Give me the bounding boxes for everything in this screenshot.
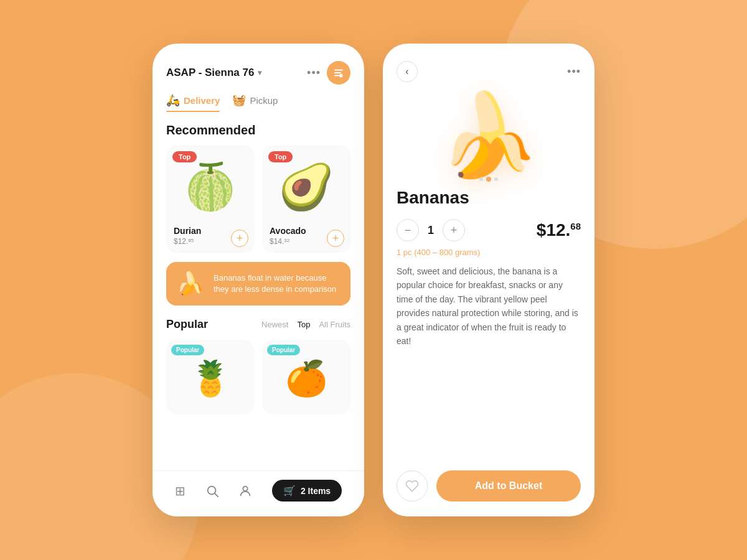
pickup-icon: 🧺	[232, 93, 246, 107]
top-badge-durian: Top	[172, 151, 197, 162]
cart-items-label: 2 Items	[301, 486, 331, 496]
svg-point-6	[243, 486, 248, 490]
search-nav-button[interactable]	[205, 484, 219, 498]
banner-text: Bananas float in water because they are …	[214, 273, 341, 295]
bottom-navigation: ⊞ 🛒 2 Items	[153, 470, 364, 516]
quantity-decrease-button[interactable]: −	[397, 219, 419, 241]
app-header: ASAP - Sienna 76 ▾ •••	[153, 44, 364, 91]
popular-grid: Popular 🍍 Popular 🍊	[153, 335, 364, 419]
delivery-label: Delivery	[184, 95, 220, 106]
product-card-avocado[interactable]: Top 🥑 Avocado $14.32 +	[262, 145, 350, 253]
store-title[interactable]: ASAP - Sienna 76 ▾	[166, 67, 261, 79]
popular-card-1[interactable]: Popular 🍍	[166, 340, 255, 414]
add-to-bucket-button[interactable]: Add to Bucket	[436, 470, 581, 502]
add-durian-button[interactable]: +	[231, 230, 248, 247]
header-icons: •••	[307, 61, 350, 85]
pop-tab-newest[interactable]: Newest	[261, 320, 288, 329]
quantity-price-row: − 1 + $12.68	[397, 219, 581, 241]
phones-container: ASAP - Sienna 76 ▾ ••• 🛵 Delivery	[153, 44, 594, 516]
svg-line-5	[215, 493, 218, 497]
durian-image: 🍈	[174, 152, 247, 221]
quantity-control: − 1 +	[397, 219, 465, 241]
profile-nav-button[interactable]	[238, 484, 252, 498]
right-phone: ‹ ••• 🍌 Bananas − 1 + $12.68	[383, 44, 594, 516]
quantity-increase-button[interactable]: +	[443, 219, 465, 241]
more-options-detail-icon[interactable]: •••	[567, 65, 581, 78]
top-badge-avocado: Top	[268, 151, 293, 162]
grid-nav-button[interactable]: ⊞	[175, 483, 186, 498]
popular-fruit-2: 🍊	[268, 358, 344, 399]
recommended-title: Recommended	[153, 112, 364, 145]
back-button[interactable]: ‹	[397, 61, 418, 82]
tab-pickup[interactable]: 🧺 Pickup	[232, 93, 278, 112]
pop-tab-all-fruits[interactable]: All Fruits	[319, 320, 350, 329]
banana-image: 🍌	[438, 95, 539, 175]
svg-point-3	[340, 75, 342, 77]
store-name-text: ASAP - Sienna 76	[166, 67, 254, 79]
filter-button[interactable]	[327, 61, 350, 85]
popular-header: Popular Newest Top All Fruits	[153, 314, 364, 335]
product-detail-name: Bananas	[397, 188, 581, 208]
cart-button[interactable]: 🛒 2 Items	[272, 480, 342, 502]
product-detail-section: Bananas − 1 + $12.68 1 pc (400 – 800 gra…	[383, 188, 594, 360]
cart-icon: 🛒	[283, 485, 296, 497]
grid-icon: ⊞	[175, 483, 186, 498]
chevron-down-icon: ▾	[258, 68, 261, 77]
dot-2[interactable]	[486, 177, 491, 182]
product-card-durian[interactable]: Top 🍈 Durian $12.85 +	[166, 145, 255, 253]
left-phone: ASAP - Sienna 76 ▾ ••• 🛵 Delivery	[153, 44, 364, 516]
tab-delivery[interactable]: 🛵 Delivery	[166, 93, 220, 112]
delivery-icon: 🛵	[166, 93, 180, 107]
quantity-value: 1	[428, 224, 434, 237]
info-banner: 🍌 Bananas float in water because they ar…	[166, 262, 350, 306]
image-carousel-dots	[479, 177, 498, 182]
popular-card-2[interactable]: Popular 🍊	[262, 340, 350, 414]
pickup-label: Pickup	[250, 95, 278, 106]
popular-title: Popular	[166, 318, 208, 330]
popular-badge-1: Popular	[171, 345, 204, 355]
pop-tab-top[interactable]: Top	[297, 320, 310, 329]
product-description: Soft, sweet and delicious, the banana is…	[397, 264, 581, 348]
recommended-grid: Top 🍈 Durian $12.85 + Top 🥑 Avocado $14.…	[153, 145, 364, 253]
more-options-icon[interactable]: •••	[307, 67, 321, 80]
product-price-display: $12.68	[537, 220, 581, 240]
avocado-image: 🥑	[270, 152, 343, 221]
add-avocado-button[interactable]: +	[327, 230, 344, 247]
action-row: Add to Bucket	[383, 470, 594, 516]
wishlist-button[interactable]	[397, 470, 428, 502]
product-image-area: 🍌	[383, 88, 594, 188]
dot-3[interactable]	[494, 177, 498, 181]
popular-filter-tabs: Newest Top All Fruits	[261, 320, 350, 329]
popular-fruit-1: 🍍	[172, 358, 248, 399]
dot-1[interactable]	[479, 177, 483, 181]
delivery-tabs: 🛵 Delivery 🧺 Pickup	[153, 91, 364, 112]
detail-header: ‹ •••	[383, 44, 594, 88]
banana-banner-icon: 🍌	[176, 271, 207, 297]
popular-badge-2: Popular	[267, 345, 300, 355]
unit-label: 1 pc (400 – 800 grams)	[397, 248, 581, 257]
